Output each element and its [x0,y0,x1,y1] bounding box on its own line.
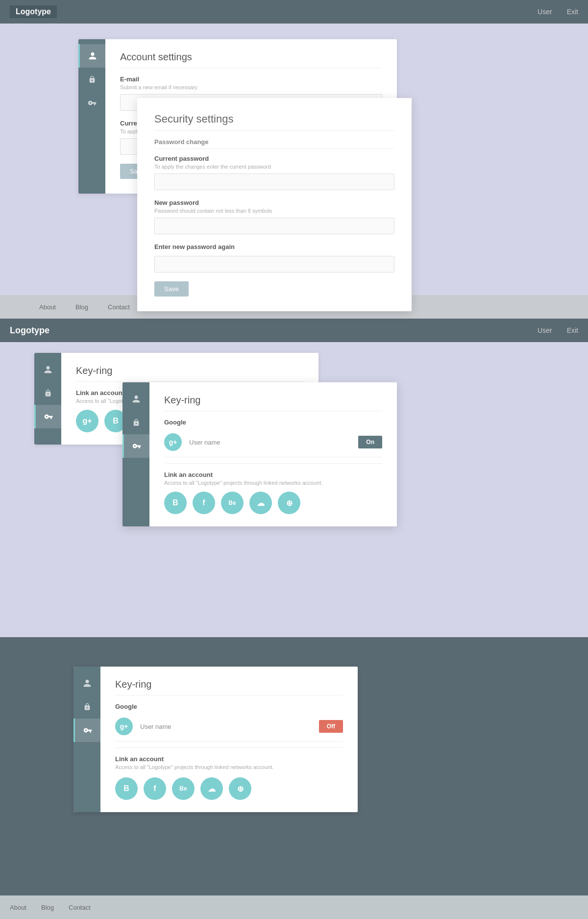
navbar1: Logotype User Exit [0,0,588,24]
section2: Logotype User Exit Key-ring Link an acco… [0,319,588,637]
social-bottom-f[interactable]: f [144,777,166,800]
keyring-bottom-title: Key-ring [115,679,343,695]
password-section-label: Password change [154,138,394,149]
nav-links-1: User Exit [538,8,578,16]
current-password-sublabel: To apply the changes enter the current p… [154,164,394,170]
new-password-label: New password [154,199,394,206]
link-label-bottom: Link an account [115,755,343,763]
new-password-input[interactable] [154,218,394,234]
sidebar-keyring-fg [122,382,149,526]
nav-user-2[interactable]: User [538,326,552,334]
link-sublabel-fg: Access to all "Logotype" projects throug… [164,480,382,486]
current-password-label: Current password [154,155,394,162]
sidebar-bg-lock[interactable] [34,381,61,405]
google-label-bottom: Google [115,703,343,710]
nav-user-1[interactable]: User [538,8,552,16]
nav-exit-2[interactable]: Exit [567,326,578,334]
logo1: Logotype [10,5,57,18]
confirm-password-label: Enter new password again [154,243,394,250]
social-bottom-cloud[interactable]: ☁ [200,777,223,800]
social-fg-dribbble[interactable]: ⊕ [278,492,300,514]
sidebar-fg-key[interactable] [122,434,149,458]
keyring-panel-bottom: Key-ring Google g+ User name Off Link an… [74,667,358,812]
keyring-fg-inner: Key-ring Google g+ User name On Link an … [122,382,397,526]
sidebar-bottom [74,667,100,812]
sidebar-bg-key[interactable] [34,405,61,428]
sidebar-item-lock[interactable] [78,68,105,91]
link-sublabel-bottom: Access to all "Logotype" projects throug… [115,764,343,770]
google-row: g+ User name On [164,427,382,457]
divider1 [164,463,382,464]
keyring-fg-title: Key-ring [164,395,382,411]
logo2: Logotype [10,325,49,336]
navbar2: Logotype User Exit [0,319,588,342]
current-password-input[interactable] [154,174,394,190]
google-username: User name [189,439,358,446]
toggle-on-button[interactable]: On [358,436,382,448]
new-password-group: New password Password should contain not… [154,199,394,234]
keyring-fg-content: Key-ring Google g+ User name On Link an … [149,382,397,526]
section3: Key-ring Google g+ User name Off Link an… [0,637,588,919]
link-label-fg: Link an account [164,471,382,478]
security-title: Security settings [154,113,394,131]
social-bottom-b[interactable]: B [115,777,138,800]
social-fg-f[interactable]: f [193,492,215,514]
social-bottom-be[interactable]: Be [172,777,195,800]
sidebar-item-person[interactable] [78,44,105,68]
email-label: E-mail [120,75,382,83]
section1: Logotype User Exit Account settings E-ma… [0,0,588,319]
sidebar-bottom-key[interactable] [74,719,100,742]
confirm-password-input[interactable] [154,256,394,273]
sidebar-item-key[interactable] [78,91,105,115]
footer-blog-2[interactable]: Blog [41,904,54,911]
google-icon: g+ [164,433,182,451]
sidebar-keyring-bg [34,353,61,445]
google-username-bottom: User name [140,723,319,730]
social-icons-fg: B f Be ☁ ⊕ [164,492,382,514]
nav-exit-1[interactable]: Exit [567,8,578,16]
sidebar-bottom-person[interactable] [74,671,100,695]
footer-about-1[interactable]: About [39,303,56,311]
nav-links-2: User Exit [538,326,578,334]
google-label: Google [164,419,382,426]
divider2 [115,747,343,748]
social-fg-b[interactable]: B [164,492,187,514]
email-sublabel: Submit a new email if necessary [120,84,382,90]
social-fg-cloud[interactable]: ☁ [249,492,272,514]
sidebar-account [78,39,105,194]
sidebar-fg-person[interactable] [122,387,149,411]
footer2: About Blog Contact [0,895,588,919]
footer-contact-2[interactable]: Contact [69,904,91,911]
keyring-bottom-content: Key-ring Google g+ User name Off Link an… [100,667,358,812]
google-row-bottom: g+ User name Off [115,712,343,742]
keyring-panel-fg: Key-ring Google g+ User name On Link an … [122,382,397,526]
current-password-group: Current password To apply the changes en… [154,155,394,190]
footer-about-2[interactable]: About [10,904,26,911]
keyring-bg-title: Key-ring [76,365,304,382]
social-gplus[interactable]: g+ [76,410,98,432]
new-password-sublabel: Password should contain not less than 8 … [154,208,394,214]
security-save-button[interactable]: Save [154,281,189,297]
social-fg-be[interactable]: Be [221,492,244,514]
sidebar-bottom-lock[interactable] [74,695,100,719]
footer-contact-1[interactable]: Contact [108,303,130,311]
confirm-password-group: Enter new password again [154,243,394,273]
google-icon-bottom: g+ [115,718,133,735]
sidebar-bg-person[interactable] [34,358,61,381]
security-panel: Security settings Password change Curren… [137,98,412,311]
sidebar-fg-lock[interactable] [122,411,149,434]
social-icons-bottom: B f Be ☁ ⊕ [115,777,343,800]
social-bottom-dribbble[interactable]: ⊕ [229,777,251,800]
account-title: Account settings [120,51,382,68]
footer-blog-1[interactable]: Blog [75,303,88,311]
toggle-off-button[interactable]: Off [319,720,343,733]
